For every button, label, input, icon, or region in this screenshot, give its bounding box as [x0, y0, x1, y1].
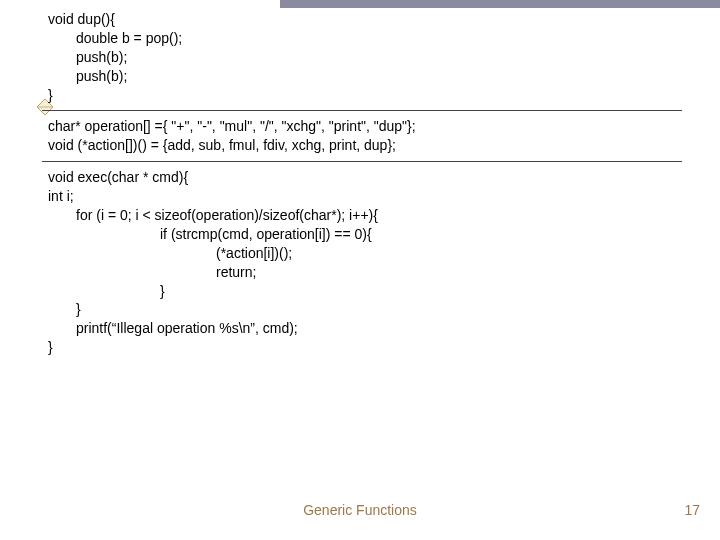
code-line: (*action[i])(); — [216, 244, 690, 263]
code-content: void dup(){ double b = pop(); push(b); p… — [48, 10, 690, 357]
code-line: push(b); — [76, 67, 690, 86]
code-line: if (strcmp(cmd, operation[i]) == 0){ — [160, 225, 690, 244]
code-line: double b = pop(); — [76, 29, 690, 48]
code-line: push(b); — [76, 48, 690, 67]
code-line: void (*action[])() = {add, sub, fmul, fd… — [48, 136, 690, 155]
code-line: } — [160, 282, 690, 301]
divider — [42, 161, 682, 162]
code-line: } — [48, 86, 690, 105]
code-line: int i; — [48, 187, 690, 206]
footer-title: Generic Functions — [0, 502, 720, 518]
code-line: return; — [216, 263, 690, 282]
code-line: } — [48, 338, 690, 357]
code-line: } — [76, 300, 690, 319]
code-line: printf(“Illegal operation %s\n”, cmd); — [76, 319, 690, 338]
code-line: char* operation[] ={ "+", "-", "mul", "/… — [48, 117, 690, 136]
page-number: 17 — [684, 502, 700, 518]
header-bar — [280, 0, 720, 8]
divider — [42, 110, 682, 111]
code-line: for (i = 0; i < sizeof(operation)/sizeof… — [76, 206, 690, 225]
code-line: void exec(char * cmd){ — [48, 168, 690, 187]
code-line: void dup(){ — [48, 10, 690, 29]
